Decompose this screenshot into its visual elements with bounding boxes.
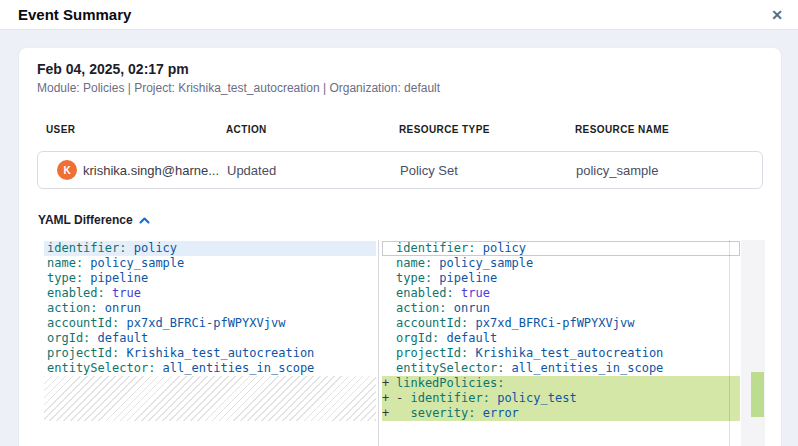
diff-overview-ruler[interactable] — [741, 240, 765, 446]
diff-line-content: accountId: px7xd_BFRCi-pfWPYXVjvw — [396, 316, 634, 331]
modal-header: Event Summary ✕ — [0, 0, 798, 30]
event-meta: Module: Policies | Project: Krishika_tes… — [37, 81, 440, 95]
column-header-user: USER — [46, 124, 226, 135]
diff-line-content: orgId: default — [396, 331, 497, 346]
yaml-diff-editor: identifier: policyname: policy_sampletyp… — [44, 240, 765, 446]
column-header-resource-name: RESOURCE NAME — [575, 124, 763, 135]
action-cell: Updated — [227, 163, 400, 178]
diff-pane-divider[interactable] — [378, 240, 379, 446]
diff-line: orgId: default — [44, 331, 376, 346]
column-header-action: ACTION — [226, 124, 399, 135]
diff-line: +- identifier: policy_test — [382, 391, 740, 406]
diff-line-content: enabled: true — [47, 286, 141, 301]
diff-line-content: linkedPolicies: — [396, 376, 504, 391]
diff-line: identifier: policy — [44, 241, 376, 256]
diff-line: identifier: policy — [382, 241, 740, 256]
diff-line: orgId: default — [382, 331, 740, 346]
diff-add-marker — [382, 256, 396, 271]
diff-line-content: entitySelector: all_entities_in_scope — [396, 361, 663, 376]
diff-line-content: accountId: px7xd_BFRCi-pfWPYXVjvw — [47, 316, 285, 331]
diff-line-content: identifier: policy — [396, 241, 526, 256]
user-cell: K krishika.singh@harne... — [47, 160, 227, 180]
diff-line-content: orgId: default — [47, 331, 148, 346]
diff-line: entitySelector: all_entities_in_scope — [44, 361, 376, 376]
diff-add-marker — [382, 241, 396, 256]
diff-line: + severity: error — [382, 406, 740, 421]
yaml-difference-label: YAML Difference — [38, 213, 133, 227]
diff-line-content: name: policy_sample — [396, 256, 533, 271]
diff-line: type: pipeline — [382, 271, 740, 286]
diff-add-marker — [382, 286, 396, 301]
diff-line: accountId: px7xd_BFRCi-pfWPYXVjvw — [382, 316, 740, 331]
table-row: K krishika.singh@harne... Updated Policy… — [37, 151, 763, 189]
resource-name-cell: policy_sample — [576, 163, 762, 178]
chevron-up-icon — [139, 217, 150, 224]
diff-add-marker — [382, 346, 396, 361]
audit-table-header: USER ACTION RESOURCE TYPE RESOURCE NAME — [46, 124, 763, 135]
diff-add-marker — [382, 331, 396, 346]
diff-left-pane[interactable]: identifier: policyname: policy_sampletyp… — [44, 241, 376, 376]
close-icon: ✕ — [771, 7, 783, 23]
diff-line-content: enabled: true — [396, 286, 490, 301]
user-email: krishika.singh@harne... — [83, 163, 219, 178]
diff-line-content: projectId: Krishika_test_autocreation — [396, 346, 663, 361]
diff-placeholder-hatch — [44, 376, 376, 421]
diff-line: entitySelector: all_entities_in_scope — [382, 361, 740, 376]
diff-line-content: projectId: Krishika_test_autocreation — [47, 346, 314, 361]
diff-line-content: action: onrun — [47, 301, 141, 316]
diff-line: enabled: true — [382, 286, 740, 301]
diff-line: +linkedPolicies: — [382, 376, 740, 391]
diff-line: projectId: Krishika_test_autocreation — [382, 346, 740, 361]
diff-line-content: name: policy_sample — [47, 256, 184, 271]
diff-line: action: onrun — [44, 301, 376, 316]
diff-right-pane[interactable]: identifier: policyname: policy_sampletyp… — [382, 241, 740, 421]
diff-line-content: type: pipeline — [396, 271, 497, 286]
resource-type-cell: Policy Set — [400, 163, 576, 178]
diff-scrollbar-edge — [729, 240, 730, 446]
diff-add-marker — [382, 301, 396, 316]
diff-added-marker-strip — [751, 372, 764, 417]
diff-line: name: policy_sample — [44, 256, 376, 271]
page-title: Event Summary — [18, 6, 131, 23]
diff-line-content: severity: error — [396, 406, 519, 421]
diff-add-marker — [382, 271, 396, 286]
diff-line: type: pipeline — [44, 271, 376, 286]
diff-add-marker: + — [382, 406, 396, 421]
diff-add-marker: + — [382, 391, 396, 406]
diff-line-content: identifier: policy — [47, 241, 177, 256]
diff-line: action: onrun — [382, 301, 740, 316]
diff-line: enabled: true — [44, 286, 376, 301]
event-timestamp: Feb 04, 2025, 02:17 pm — [37, 61, 189, 77]
diff-add-marker — [382, 316, 396, 331]
close-button[interactable]: ✕ — [766, 4, 788, 26]
diff-line-content: action: onrun — [396, 301, 490, 316]
diff-line: name: policy_sample — [382, 256, 740, 271]
diff-line: projectId: Krishika_test_autocreation — [44, 346, 376, 361]
diff-line-content: type: pipeline — [47, 271, 148, 286]
diff-line: accountId: px7xd_BFRCi-pfWPYXVjvw — [44, 316, 376, 331]
diff-add-marker: + — [382, 376, 396, 391]
event-summary-card: Feb 04, 2025, 02:17 pm Module: Policies … — [19, 48, 781, 446]
avatar: K — [57, 160, 77, 180]
diff-line-content: entitySelector: all_entities_in_scope — [47, 361, 314, 376]
diff-line-content: - identifier: policy_test — [396, 391, 577, 406]
diff-add-marker — [382, 361, 396, 376]
column-header-resource-type: RESOURCE TYPE — [399, 124, 575, 135]
yaml-difference-toggle[interactable]: YAML Difference — [38, 213, 150, 227]
